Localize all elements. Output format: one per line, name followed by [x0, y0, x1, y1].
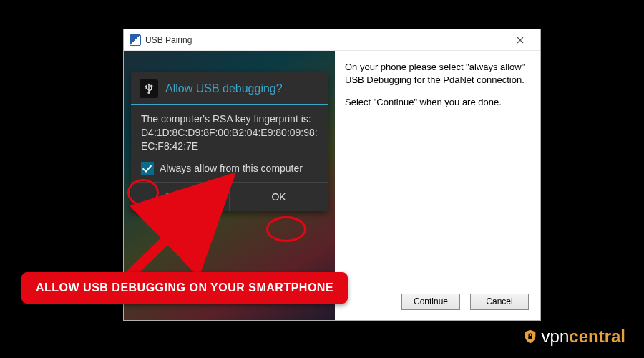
instruction-text-1: On your phone please select "always allo…	[345, 61, 529, 86]
android-dialog-body: The computer's RSA key fingerprint is: D…	[131, 105, 328, 158]
instruction-text-2: Select "Continue" when you are done.	[345, 96, 529, 109]
rsa-fingerprint: D4:1D:8C:D9:8F:00:B2:04:E9:80:09:98:EC:F…	[141, 127, 318, 152]
svg-rect-0	[528, 336, 532, 339]
close-button[interactable]	[504, 30, 536, 50]
cancel-button[interactable]: Cancel	[470, 294, 529, 310]
rsa-intro: The computer's RSA key fingerprint is:	[141, 113, 311, 125]
android-allow-usb-dialog: Allow USB debugging? The computer's RSA …	[131, 72, 328, 211]
always-allow-label: Always allow from this computer	[160, 163, 303, 174]
window-title: USB Pairing	[145, 35, 192, 45]
app-icon	[130, 34, 141, 46]
android-dialog-title: Allow USB debugging?	[165, 82, 283, 95]
watermark-logo: vpncentral	[522, 326, 625, 347]
android-ok-button[interactable]: OK	[229, 183, 328, 211]
continue-button[interactable]: Continue	[401, 294, 460, 310]
titlebar[interactable]: USB Pairing	[124, 29, 540, 51]
brand-vpn: vpn	[542, 326, 570, 346]
always-allow-row[interactable]: Always allow from this computer	[131, 158, 328, 182]
annotation-callout: Allow USB debugging on your smartphone	[21, 272, 348, 304]
brand-central: central	[569, 326, 625, 346]
always-allow-checkbox[interactable]	[141, 162, 154, 175]
instruction-panel: On your phone please select "always allo…	[335, 51, 540, 320]
shield-lock-icon	[522, 329, 538, 344]
android-cancel-button[interactable]: Cancel	[131, 183, 229, 211]
android-dialog-header: Allow USB debugging?	[131, 72, 328, 105]
usb-icon	[140, 79, 158, 98]
